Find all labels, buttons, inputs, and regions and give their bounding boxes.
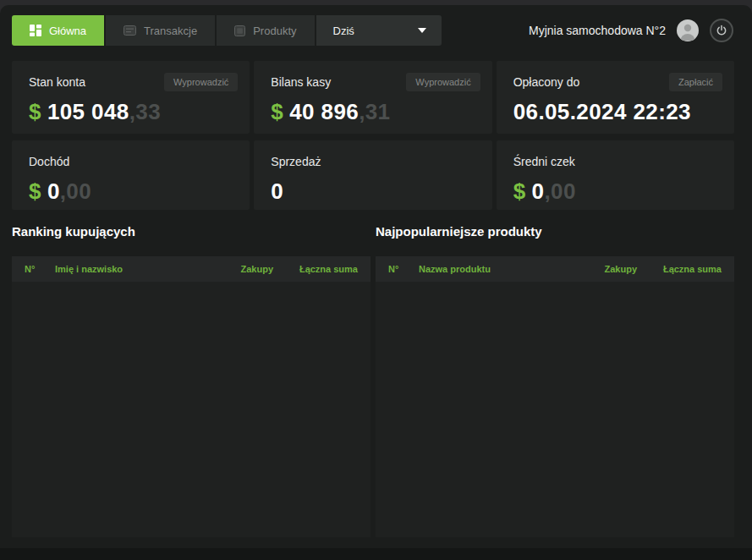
value-integer: 105 048: [47, 99, 129, 124]
account-name: Myjnia samochodowa N°2: [529, 24, 666, 37]
value-integer: 0: [47, 178, 60, 204]
user-icon: [677, 19, 699, 41]
card-stan-konta: Stan konta Wyprowadzić $105 048,33: [12, 61, 250, 134]
chevron-down-icon: [418, 28, 426, 33]
column-name: Nazwa produktu: [419, 264, 576, 274]
tab-label: Produkty: [253, 25, 296, 37]
tab-label: Główna: [49, 25, 86, 37]
value-integer: 0: [271, 178, 283, 204]
currency-sign: $: [271, 99, 283, 124]
column-purchases: Zakupy: [212, 264, 273, 274]
products-table-header: N° Nazwa produktu Zakupy Łączna suma: [376, 256, 734, 282]
buyers-table-body: [12, 282, 371, 537]
card-value: $40 896,31: [271, 99, 478, 125]
app-window: Główna Transakcje: [0, 5, 752, 560]
currency-sign: $: [29, 99, 41, 124]
column-total: Łączna suma: [637, 264, 722, 274]
card-label: Sprzedaż: [271, 155, 478, 168]
tables-row: Ranking kupujących N° Imię i nazwisko Za…: [12, 224, 734, 537]
period-dropdown[interactable]: Dziś: [316, 15, 442, 46]
currency-sign: $: [513, 178, 526, 204]
avatar[interactable]: [677, 19, 699, 41]
main-nav: Główna Transakcje: [12, 15, 442, 46]
tab-transakcje[interactable]: Transakcje: [106, 15, 215, 46]
card-value: $0,00: [513, 178, 721, 205]
period-dropdown-value: Dziś: [333, 25, 354, 37]
power-button[interactable]: [710, 19, 733, 42]
products-icon: [234, 25, 245, 36]
column-purchases: Zakupy: [576, 264, 637, 274]
value-decimal: ,00: [60, 178, 91, 204]
section-title: Najpopularniejsze produkty: [376, 224, 734, 239]
section-title: Ranking kupujących: [12, 224, 371, 239]
card-oplacony-do: Opłacony do Zapłacić 06.05.2024 22:23: [497, 61, 734, 134]
column-total: Łączna suma: [273, 264, 358, 274]
card-sredni-czek: Średni czek $0,00: [497, 140, 734, 210]
card-label: Dochód: [29, 155, 236, 168]
pay-button[interactable]: Zapłacić: [669, 73, 722, 91]
bottom-strip: [0, 548, 752, 560]
tab-glowna[interactable]: Główna: [12, 15, 104, 46]
column-number: N°: [25, 264, 55, 274]
transactions-icon: [124, 25, 136, 36]
card-label: Średni czek: [513, 155, 721, 168]
buyers-table-header: N° Imię i nazwisko Zakupy Łączna suma: [12, 256, 371, 282]
column-number: N°: [388, 264, 419, 274]
card-sprzedaz: Sprzedaż 0: [254, 140, 491, 210]
currency-sign: $: [29, 178, 41, 204]
value-decimal: ,00: [544, 178, 575, 204]
card-value: 0: [271, 178, 478, 205]
dashboard-icon: [30, 25, 41, 36]
card-dochod: Dochód $0,00: [12, 140, 250, 210]
buyers-ranking-section: Ranking kupujących N° Imię i nazwisko Za…: [12, 224, 371, 537]
stat-cards: Stan konta Wyprowadzić $105 048,33 Bilan…: [12, 61, 734, 210]
tab-produkty[interactable]: Produkty: [217, 15, 314, 46]
user-area: Myjnia samochodowa N°2: [529, 19, 733, 42]
column-name: Imię i nazwisko: [55, 264, 212, 274]
products-table-body: [376, 282, 734, 537]
withdraw-button[interactable]: Wyprowadzić: [164, 73, 238, 91]
card-value: $105 048,33: [29, 99, 236, 125]
popular-products-section: Najpopularniejsze produkty N° Nazwa prod…: [376, 224, 734, 537]
card-bilans-kasy: Bilans kasy Wyprowadzić $40 896,31: [254, 61, 491, 134]
value-integer: 0: [532, 178, 545, 204]
tab-label: Transakcje: [144, 25, 197, 37]
card-value: $0,00: [29, 178, 236, 205]
card-value: 06.05.2024 22:23: [513, 99, 721, 125]
value-decimal: ,31: [359, 99, 390, 124]
power-icon: [716, 25, 727, 36]
withdraw-button[interactable]: Wyprowadzić: [406, 73, 480, 91]
value-integer: 40 896: [289, 99, 359, 124]
top-bar: Główna Transakcje: [0, 5, 752, 55]
value-decimal: ,33: [129, 99, 161, 124]
